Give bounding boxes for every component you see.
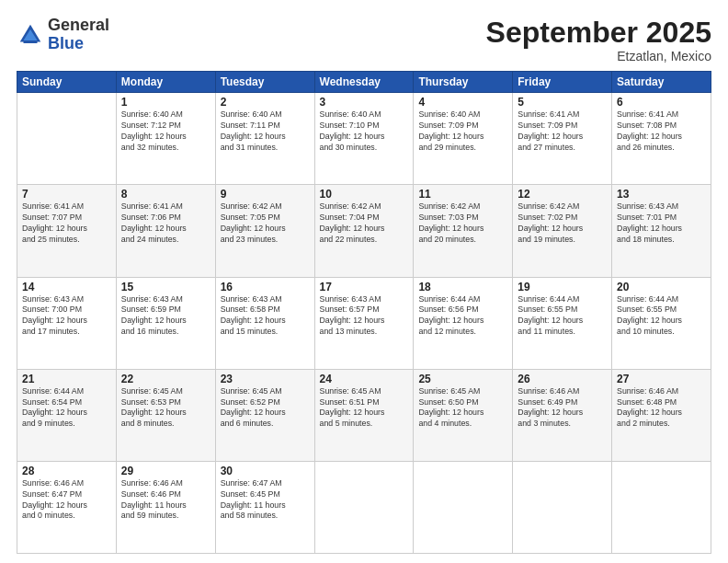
logo-general-text: General (48, 16, 109, 34)
day-header-saturday: Saturday (612, 72, 711, 93)
day-number: 30 (221, 465, 310, 477)
day-number: 5 (518, 96, 607, 109)
calendar-cell: 4Sunrise: 6:40 AM Sunset: 7:09 PM Daylig… (414, 93, 513, 185)
day-number: 2 (221, 96, 310, 109)
day-info: Sunrise: 6:46 AM Sunset: 6:46 PM Dayligh… (121, 478, 210, 523)
calendar-cell: 30Sunrise: 6:47 AM Sunset: 6:45 PM Dayli… (215, 461, 314, 553)
day-header-friday: Friday (513, 72, 612, 93)
day-info: Sunrise: 6:46 AM Sunset: 6:47 PM Dayligh… (22, 478, 111, 523)
week-row-4: 21Sunrise: 6:44 AM Sunset: 6:54 PM Dayli… (17, 369, 711, 461)
day-header-sunday: Sunday (17, 72, 117, 93)
day-info: Sunrise: 6:43 AM Sunset: 6:59 PM Dayligh… (121, 294, 210, 339)
calendar-cell: 18Sunrise: 6:44 AM Sunset: 6:56 PM Dayli… (414, 277, 513, 369)
week-row-1: 1Sunrise: 6:40 AM Sunset: 7:12 PM Daylig… (17, 93, 711, 185)
day-info: Sunrise: 6:43 AM Sunset: 7:01 PM Dayligh… (617, 201, 706, 246)
day-number: 6 (617, 96, 706, 109)
calendar-cell: 2Sunrise: 6:40 AM Sunset: 7:11 PM Daylig… (215, 93, 314, 185)
day-number: 15 (121, 281, 210, 293)
day-number: 25 (418, 373, 507, 385)
calendar-cell: 25Sunrise: 6:45 AM Sunset: 6:50 PM Dayli… (414, 369, 513, 461)
day-header-monday: Monday (116, 72, 215, 93)
calendar-cell: 8Sunrise: 6:41 AM Sunset: 7:06 PM Daylig… (116, 185, 215, 277)
calendar-cell: 11Sunrise: 6:42 AM Sunset: 7:03 PM Dayli… (414, 185, 513, 277)
calendar-cell (17, 93, 117, 185)
day-number: 21 (22, 373, 111, 385)
calendar-cell: 20Sunrise: 6:44 AM Sunset: 6:55 PM Dayli… (612, 277, 711, 369)
calendar-cell: 9Sunrise: 6:42 AM Sunset: 7:05 PM Daylig… (215, 185, 314, 277)
days-header-row: SundayMondayTuesdayWednesdayThursdayFrid… (17, 72, 711, 93)
day-number: 11 (418, 188, 507, 201)
page: General Blue September 2025 Etzatlan, Me… (0, 0, 728, 563)
day-number: 29 (121, 465, 210, 477)
day-number: 17 (320, 281, 409, 293)
day-info: Sunrise: 6:43 AM Sunset: 7:00 PM Dayligh… (22, 294, 111, 339)
calendar-table: SundayMondayTuesdayWednesdayThursdayFrid… (17, 71, 711, 554)
day-info: Sunrise: 6:43 AM Sunset: 6:58 PM Dayligh… (221, 294, 310, 339)
day-info: Sunrise: 6:44 AM Sunset: 6:55 PM Dayligh… (617, 294, 706, 339)
day-info: Sunrise: 6:46 AM Sunset: 6:49 PM Dayligh… (518, 386, 607, 431)
day-info: Sunrise: 6:42 AM Sunset: 7:02 PM Dayligh… (518, 201, 607, 246)
calendar-cell: 24Sunrise: 6:45 AM Sunset: 6:51 PM Dayli… (314, 369, 414, 461)
calendar-cell: 16Sunrise: 6:43 AM Sunset: 6:58 PM Dayli… (215, 277, 314, 369)
day-info: Sunrise: 6:41 AM Sunset: 7:06 PM Dayligh… (121, 201, 210, 246)
day-number: 20 (617, 281, 706, 293)
calendar-cell: 26Sunrise: 6:46 AM Sunset: 6:49 PM Dayli… (513, 369, 612, 461)
calendar-cell: 17Sunrise: 6:43 AM Sunset: 6:57 PM Dayli… (314, 277, 414, 369)
day-info: Sunrise: 6:42 AM Sunset: 7:03 PM Dayligh… (418, 201, 507, 246)
calendar-cell: 19Sunrise: 6:44 AM Sunset: 6:55 PM Dayli… (513, 277, 612, 369)
location-subtitle: Etzatlan, Mexico (486, 49, 711, 63)
calendar-cell: 5Sunrise: 6:41 AM Sunset: 7:09 PM Daylig… (513, 93, 612, 185)
calendar-cell: 10Sunrise: 6:42 AM Sunset: 7:04 PM Dayli… (314, 185, 414, 277)
calendar-cell: 27Sunrise: 6:46 AM Sunset: 6:48 PM Dayli… (612, 369, 711, 461)
week-row-5: 28Sunrise: 6:46 AM Sunset: 6:47 PM Dayli… (17, 461, 711, 553)
day-info: Sunrise: 6:40 AM Sunset: 7:11 PM Dayligh… (221, 109, 310, 154)
calendar-cell: 14Sunrise: 6:43 AM Sunset: 7:00 PM Dayli… (17, 277, 117, 369)
day-number: 26 (518, 373, 607, 385)
day-info: Sunrise: 6:40 AM Sunset: 7:10 PM Dayligh… (320, 109, 409, 154)
calendar-cell: 12Sunrise: 6:42 AM Sunset: 7:02 PM Dayli… (513, 185, 612, 277)
day-number: 28 (22, 465, 111, 477)
day-header-thursday: Thursday (414, 72, 513, 93)
day-number: 18 (418, 281, 507, 293)
calendar-cell (612, 461, 711, 553)
day-info: Sunrise: 6:40 AM Sunset: 7:12 PM Dayligh… (121, 109, 210, 154)
day-header-tuesday: Tuesday (215, 72, 314, 93)
calendar-cell (414, 461, 513, 553)
day-info: Sunrise: 6:44 AM Sunset: 6:55 PM Dayligh… (518, 294, 607, 339)
calendar-cell: 3Sunrise: 6:40 AM Sunset: 7:10 PM Daylig… (314, 93, 414, 185)
day-info: Sunrise: 6:44 AM Sunset: 6:54 PM Dayligh… (22, 386, 111, 431)
day-number: 8 (121, 188, 210, 201)
calendar-cell: 22Sunrise: 6:45 AM Sunset: 6:53 PM Dayli… (116, 369, 215, 461)
calendar-cell: 7Sunrise: 6:41 AM Sunset: 7:07 PM Daylig… (17, 185, 117, 277)
day-info: Sunrise: 6:41 AM Sunset: 7:08 PM Dayligh… (617, 109, 706, 154)
day-info: Sunrise: 6:45 AM Sunset: 6:52 PM Dayligh… (221, 386, 310, 431)
day-number: 23 (221, 373, 310, 385)
header: General Blue September 2025 Etzatlan, Me… (17, 17, 711, 63)
day-info: Sunrise: 6:46 AM Sunset: 6:48 PM Dayligh… (617, 386, 706, 431)
logo-blue-text: Blue (48, 34, 84, 52)
calendar-cell: 1Sunrise: 6:40 AM Sunset: 7:12 PM Daylig… (116, 93, 215, 185)
calendar-cell (314, 461, 414, 553)
day-number: 7 (22, 188, 111, 201)
day-number: 22 (121, 373, 210, 385)
day-number: 3 (320, 96, 409, 109)
day-number: 4 (418, 96, 507, 109)
day-info: Sunrise: 6:47 AM Sunset: 6:45 PM Dayligh… (221, 478, 310, 523)
calendar-cell: 15Sunrise: 6:43 AM Sunset: 6:59 PM Dayli… (116, 277, 215, 369)
day-number: 19 (518, 281, 607, 293)
day-info: Sunrise: 6:42 AM Sunset: 7:05 PM Dayligh… (221, 201, 310, 246)
day-number: 27 (617, 373, 706, 385)
week-row-3: 14Sunrise: 6:43 AM Sunset: 7:00 PM Dayli… (17, 277, 711, 369)
day-number: 9 (221, 188, 310, 201)
calendar-cell: 23Sunrise: 6:45 AM Sunset: 6:52 PM Dayli… (215, 369, 314, 461)
calendar-cell: 28Sunrise: 6:46 AM Sunset: 6:47 PM Dayli… (17, 461, 117, 553)
day-number: 12 (518, 188, 607, 201)
week-row-2: 7Sunrise: 6:41 AM Sunset: 7:07 PM Daylig… (17, 185, 711, 277)
day-info: Sunrise: 6:45 AM Sunset: 6:51 PM Dayligh… (320, 386, 409, 431)
calendar-cell: 21Sunrise: 6:44 AM Sunset: 6:54 PM Dayli… (17, 369, 117, 461)
month-title: September 2025 (486, 17, 711, 49)
day-info: Sunrise: 6:41 AM Sunset: 7:09 PM Dayligh… (518, 109, 607, 154)
day-header-wednesday: Wednesday (314, 72, 414, 93)
calendar-cell: 13Sunrise: 6:43 AM Sunset: 7:01 PM Dayli… (612, 185, 711, 277)
calendar-cell (513, 461, 612, 553)
